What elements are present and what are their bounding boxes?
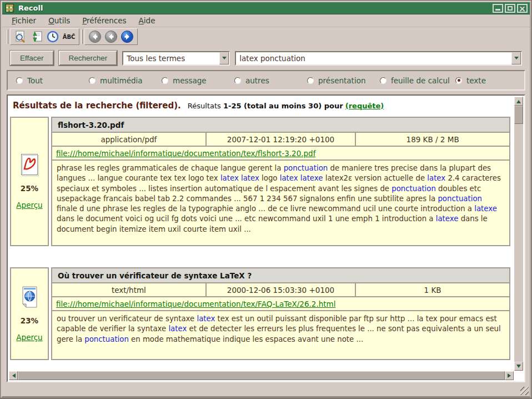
html-file-icon	[21, 286, 39, 308]
radio-icon[interactable]	[380, 77, 387, 84]
result-side-panel: 23% Aperçu	[10, 267, 49, 360]
result-side-panel: 25% Aperçu	[10, 117, 49, 246]
arrow-left-icon	[10, 373, 16, 378]
history-button[interactable]	[46, 30, 60, 44]
search-button[interactable]: Rechercher	[59, 51, 118, 66]
radio-icon[interactable]	[162, 77, 168, 84]
vertical-scrollbar[interactable]	[514, 97, 523, 371]
filter-texte[interactable]: texte	[455, 76, 486, 85]
filter-multimedia[interactable]: multimédia	[89, 76, 162, 85]
menubar: Fichier Outils Préférences Aide	[2, 14, 530, 27]
preview-link[interactable]: Aperçu	[16, 201, 42, 210]
result-size: 1 KB	[356, 283, 509, 296]
result-url-row: file:///home/michael/informatique/docume…	[52, 297, 509, 310]
result-details: Où trouver un vérificateur de syntaxe La…	[51, 267, 510, 360]
relevance-percent: 25%	[21, 184, 38, 193]
result-size: 189 KB / 2 MB	[356, 133, 509, 146]
scroll-right-button[interactable]	[505, 371, 514, 380]
nav-forward-button[interactable]	[120, 30, 134, 44]
results-title: Résultats de la recherche (filtered).	[13, 101, 181, 111]
filter-autres[interactable]: autres	[234, 76, 307, 85]
preview-link[interactable]: Aperçu	[16, 333, 42, 342]
clock-icon	[46, 30, 59, 43]
radio-icon[interactable]	[89, 77, 96, 84]
scroll-left-button[interactable]	[9, 371, 18, 380]
recoll-window: Recoll Fichier Outils Préférences Aide	[0, 0, 532, 399]
result-date: 2007-12-01 12:19:20 +0100	[207, 133, 355, 146]
scroll-down-button[interactable]	[514, 362, 523, 371]
arrow-right-icon	[508, 373, 513, 378]
nav-back-icon	[104, 30, 118, 43]
scroll-up-button[interactable]	[514, 97, 523, 106]
statusbar	[2, 382, 530, 396]
clear-button[interactable]: Effacer	[10, 51, 54, 66]
result-snippet: phrase les regles grammaticales de chaqu…	[52, 161, 509, 245]
search-query-combobox	[235, 51, 522, 66]
close-button[interactable]	[517, 4, 528, 13]
query-dropdown-button[interactable]	[511, 52, 521, 64]
results-list: Résultats de la recherche (filtered). Ré…	[9, 97, 514, 371]
search-input[interactable]	[236, 52, 511, 64]
new-search-button[interactable]	[13, 30, 28, 44]
filter-message[interactable]: message	[162, 76, 234, 85]
resize-grip[interactable]	[520, 387, 529, 395]
result-filename: Où trouver un vérificateur de syntaxe La…	[52, 268, 509, 282]
radio-icon[interactable]	[455, 77, 462, 84]
menu-aide[interactable]: Aide	[133, 15, 162, 27]
filter-tout[interactable]: Tout	[16, 76, 89, 85]
combo-dropdown-button[interactable]	[219, 52, 229, 64]
relevance-percent: 23%	[21, 316, 38, 325]
maximize-icon	[508, 6, 513, 11]
titlebar[interactable]: Recoll	[2, 2, 530, 14]
close-icon	[518, 5, 526, 12]
toolbar-handle[interactable]	[7, 29, 8, 44]
radio-icon[interactable]	[16, 77, 23, 84]
minimize-icon	[495, 9, 500, 11]
search-mode-value: Tous les termes	[123, 52, 219, 64]
maximize-button[interactable]	[505, 4, 515, 13]
toolbar-group-nav	[84, 28, 138, 45]
toolbar: ÂBĈ	[2, 27, 530, 46]
horizontal-scrollbar[interactable]	[9, 371, 514, 380]
result-url-row: file:///home/michael/informatique/docume…	[52, 147, 509, 159]
result-item: 23% Aperçu Où trouver un vérificateur de…	[10, 267, 510, 360]
result-date: 2000-12-06 15:03:30 +0100	[207, 283, 355, 296]
minimize-button[interactable]	[493, 4, 503, 13]
nav-first-button[interactable]	[88, 30, 102, 44]
chevron-down-icon	[222, 57, 227, 62]
nav-back-icon	[88, 30, 102, 43]
pdf-file-icon	[21, 153, 39, 176]
radio-icon[interactable]	[234, 77, 241, 84]
term-explorer-button[interactable]: ÂBĈ	[62, 30, 76, 44]
radio-icon[interactable]	[307, 77, 314, 84]
result-mimetype: text/html	[52, 283, 205, 296]
arrow-up-icon	[516, 98, 521, 103]
result-url-link[interactable]: file:///home/michael/informatique/docume…	[56, 300, 335, 308]
results-header: Résultats de la recherche (filtered). Ré…	[10, 99, 514, 117]
results-panel: Résultats de la recherche (filtered). Ré…	[7, 94, 525, 382]
nav-back-button[interactable]	[104, 30, 118, 44]
menu-outils[interactable]: Outils	[42, 15, 76, 27]
vertical-scroll-thumb[interactable]	[514, 106, 523, 124]
horizontal-scroll-thumb[interactable]	[18, 371, 505, 380]
recoll-app-icon	[6, 4, 14, 12]
update-index-button[interactable]	[29, 30, 44, 44]
update-index-icon	[30, 30, 43, 43]
query-link[interactable]: (requête)	[345, 102, 384, 110]
term-explorer-icon: ÂBĈ	[63, 34, 76, 40]
toolbar-handle[interactable]	[81, 29, 83, 44]
filter-feuille-de-calcul[interactable]: feuille de calcul	[380, 76, 455, 85]
result-url-link[interactable]: file:///home/michael/informatique/docume…	[56, 149, 315, 158]
category-filter-frame: Tout multimédia message autres présentat…	[7, 70, 525, 91]
chevron-down-icon	[514, 57, 519, 62]
nav-forward-icon	[121, 30, 134, 43]
arrow-down-icon	[516, 365, 521, 370]
menu-preferences[interactable]: Préférences	[76, 15, 132, 27]
menu-fichier[interactable]: Fichier	[6, 15, 42, 27]
filter-presentation[interactable]: présentation	[307, 76, 380, 85]
result-item: 25% Aperçu flshort-3.20.pdf application/…	[10, 117, 510, 246]
window-title: Recoll	[18, 4, 491, 12]
search-mode-combobox[interactable]: Tous les termes	[122, 51, 230, 66]
toolbar-group-main: ÂBĈ	[10, 28, 79, 45]
result-meta-row: text/html 2000-12-06 15:03:30 +0100 1 KB	[52, 283, 509, 296]
